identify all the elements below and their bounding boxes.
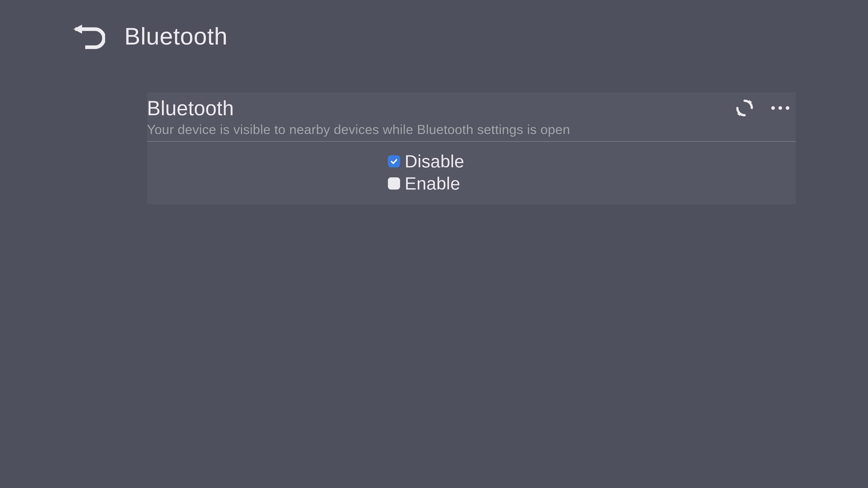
- more-icon: [771, 106, 775, 110]
- option-disable[interactable]: Disable: [388, 150, 464, 172]
- panel-subtitle: Your device is visible to nearby devices…: [147, 122, 736, 137]
- panel-actions: [736, 97, 796, 117]
- back-icon: [71, 22, 105, 51]
- refresh-button[interactable]: [736, 99, 754, 117]
- option-enable[interactable]: Enable: [388, 172, 464, 195]
- panel-header-text: Bluetooth Your device is visible to near…: [147, 97, 736, 137]
- check-icon: [390, 157, 398, 166]
- more-button[interactable]: [770, 106, 791, 110]
- panel-header: Bluetooth Your device is visible to near…: [147, 93, 796, 142]
- more-icon: [786, 106, 789, 110]
- back-button[interactable]: [70, 20, 106, 52]
- options-area: Disable Enable: [147, 142, 796, 204]
- panel-title: Bluetooth: [147, 97, 736, 120]
- options-inner: Disable Enable: [388, 150, 464, 195]
- content-panel: Bluetooth Your device is visible to near…: [147, 93, 796, 204]
- header: Bluetooth: [0, 0, 868, 52]
- checkbox-enable[interactable]: [388, 177, 400, 190]
- option-enable-label: Enable: [405, 175, 460, 192]
- checkbox-disable[interactable]: [388, 155, 400, 167]
- more-icon: [778, 106, 782, 110]
- page-title: Bluetooth: [124, 23, 228, 50]
- refresh-icon: [736, 99, 754, 117]
- option-disable-label: Disable: [405, 153, 464, 170]
